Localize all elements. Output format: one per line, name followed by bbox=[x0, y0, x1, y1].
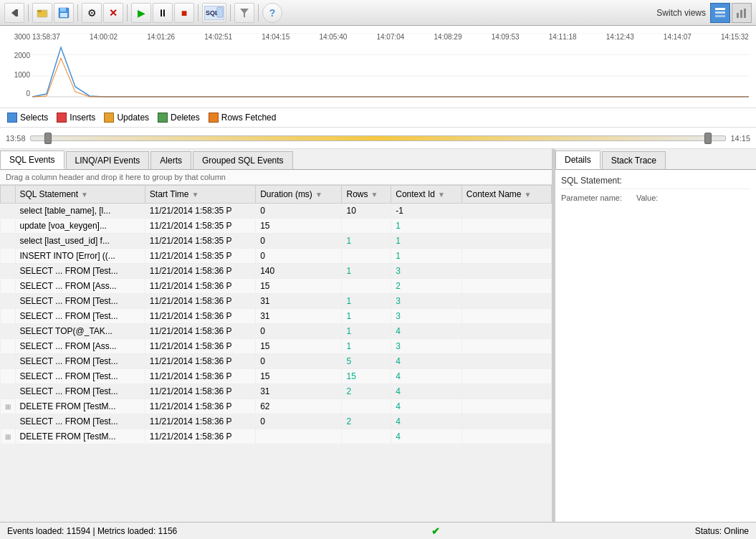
svg-rect-1 bbox=[16, 9, 18, 16]
row-expand[interactable]: ⊞ bbox=[1, 429, 16, 444]
cell-sql: DELETE FROM [TestM... bbox=[15, 429, 145, 444]
cell-context-id: 3 bbox=[391, 309, 462, 324]
tab-linq-api-events[interactable]: LINQ/API Events bbox=[66, 151, 150, 169]
table-row[interactable]: ⊞DELETE FROM [TestM...11/21/2014 1:58:36… bbox=[1, 399, 552, 414]
main-content: SQL Events LINQ/API Events Alerts Groupe… bbox=[0, 149, 756, 522]
play-button[interactable]: ▶ bbox=[131, 3, 151, 23]
cell-context-name bbox=[461, 204, 551, 219]
help-button[interactable]: ? bbox=[262, 3, 282, 23]
legend-selects[interactable]: Selects bbox=[7, 113, 48, 123]
row-expand[interactable]: ⊞ bbox=[1, 399, 16, 414]
row-expand[interactable] bbox=[1, 219, 16, 234]
table-row[interactable]: SELECT ... FROM [Test...11/21/2014 1:58:… bbox=[1, 369, 552, 384]
table-row[interactable]: SELECT ... FROM [Ass...11/21/2014 1:58:3… bbox=[1, 339, 552, 354]
tab-details[interactable]: Details bbox=[555, 151, 601, 169]
filter-start-icon[interactable]: ▼ bbox=[192, 191, 199, 199]
back-button[interactable] bbox=[4, 3, 24, 23]
cell-duration: 15 bbox=[256, 219, 342, 234]
col-sql-statement[interactable]: SQL Statement ▼ bbox=[15, 186, 145, 204]
cell-sql: DELETE FROM [TestM... bbox=[15, 399, 145, 414]
table-row[interactable]: select [table_name], [l...11/21/2014 1:5… bbox=[1, 204, 552, 219]
chart-area: 3000 2000 1000 0 13:58:37 14:00:02 14:01… bbox=[0, 26, 756, 108]
row-expand[interactable] bbox=[1, 294, 16, 309]
row-expand[interactable] bbox=[1, 324, 16, 339]
cell-context-name bbox=[461, 294, 551, 309]
filter-sql-icon[interactable]: ▼ bbox=[81, 191, 88, 199]
slider-thumb-right[interactable] bbox=[704, 133, 712, 144]
legend-deletes[interactable]: Deletes bbox=[158, 113, 200, 123]
legend-updates[interactable]: Updates bbox=[104, 113, 149, 123]
cell-rows bbox=[342, 219, 391, 234]
filter-context-id-icon[interactable]: ▼ bbox=[438, 191, 445, 199]
table-row[interactable]: SELECT ... FROM [Test...11/21/2014 1:58:… bbox=[1, 384, 552, 399]
slider-track[interactable] bbox=[30, 135, 727, 141]
table-row[interactable]: ⊞DELETE FROM [TestM...11/21/2014 1:58:36… bbox=[1, 429, 552, 444]
table-wrapper: Drag a column header and drop it here to… bbox=[0, 170, 552, 522]
row-expand[interactable] bbox=[1, 369, 16, 384]
svg-rect-5 bbox=[60, 8, 66, 11]
legend-inserts[interactable]: Inserts bbox=[57, 113, 95, 123]
row-expand[interactable] bbox=[1, 354, 16, 369]
col-start-time[interactable]: Start Time ▼ bbox=[145, 186, 255, 204]
col-rows[interactable]: Rows ▼ bbox=[342, 186, 391, 204]
cell-context-id: 3 bbox=[391, 339, 462, 354]
row-expand[interactable] bbox=[1, 264, 16, 279]
col-duration[interactable]: Duration (ms) ▼ bbox=[256, 186, 342, 204]
filter-duration-icon[interactable]: ▼ bbox=[315, 191, 322, 199]
legend-rows-fetched[interactable]: Rows Fetched bbox=[209, 113, 277, 123]
y-axis: 3000 2000 1000 0 bbox=[7, 33, 32, 97]
col-context-id[interactable]: Context Id ▼ bbox=[391, 186, 462, 204]
tab-sql-events[interactable]: SQL Events bbox=[0, 151, 64, 169]
slider-thumb-left[interactable] bbox=[44, 133, 52, 144]
row-expand[interactable] bbox=[1, 234, 16, 249]
chart-view-button[interactable] bbox=[732, 3, 752, 23]
cell-start-time: 11/21/2014 1:58:36 P bbox=[145, 294, 255, 309]
table-row[interactable]: SELECT ... FROM [Test...11/21/2014 1:58:… bbox=[1, 414, 552, 429]
cell-duration: 31 bbox=[256, 294, 342, 309]
row-expand[interactable] bbox=[1, 309, 16, 324]
stop-red-button[interactable]: ✕ bbox=[103, 3, 123, 23]
separator-6 bbox=[258, 4, 259, 22]
table-row[interactable]: INSERT INTO [Error] ((...11/21/2014 1:58… bbox=[1, 249, 552, 264]
chart-container: 3000 2000 1000 0 13:58:37 14:00:02 14:01… bbox=[7, 33, 749, 105]
pause-button[interactable]: ⏸ bbox=[153, 3, 173, 23]
settings-button[interactable]: ⚙ bbox=[82, 3, 102, 23]
parameter-name-label: Parameter name: bbox=[561, 194, 622, 202]
stop-button[interactable]: ■ bbox=[174, 3, 194, 23]
cell-context-id: -1 bbox=[391, 204, 462, 219]
cell-context-name bbox=[461, 339, 551, 354]
save-button[interactable] bbox=[54, 3, 74, 23]
table-row[interactable]: SELECT ... FROM [Test...11/21/2014 1:58:… bbox=[1, 264, 552, 279]
cell-context-name bbox=[461, 234, 551, 249]
filter-rows-icon[interactable]: ▼ bbox=[371, 191, 378, 199]
tab-alerts[interactable]: Alerts bbox=[150, 151, 191, 169]
table-row[interactable]: update [voa_keygen]...11/21/2014 1:58:35… bbox=[1, 219, 552, 234]
table-row[interactable]: SELECT TOP(@_TAK...11/21/2014 1:58:36 P0… bbox=[1, 324, 552, 339]
svg-rect-14 bbox=[737, 13, 739, 18]
table-scroll[interactable]: SQL Statement ▼ Start Time ▼ bbox=[0, 185, 552, 522]
row-expand[interactable] bbox=[1, 204, 16, 219]
sql-button[interactable]: SQL bbox=[202, 3, 226, 23]
row-expand[interactable] bbox=[1, 249, 16, 264]
table-row[interactable]: SELECT ... FROM [Test...11/21/2014 1:58:… bbox=[1, 294, 552, 309]
deletes-color bbox=[158, 113, 168, 123]
row-expand[interactable] bbox=[1, 384, 16, 399]
open-button[interactable] bbox=[32, 3, 52, 23]
filter-context-name-icon[interactable]: ▼ bbox=[525, 191, 532, 199]
row-expand[interactable] bbox=[1, 279, 16, 294]
filter-button[interactable] bbox=[234, 3, 254, 23]
row-expand[interactable] bbox=[1, 414, 16, 429]
separator-5 bbox=[230, 4, 231, 22]
cell-rows: 1 bbox=[342, 309, 391, 324]
table-view-button[interactable] bbox=[710, 3, 730, 23]
table-row[interactable]: SELECT ... FROM [Test...11/21/2014 1:58:… bbox=[1, 354, 552, 369]
table-row[interactable]: SELECT ... FROM [Ass...11/21/2014 1:58:3… bbox=[1, 279, 552, 294]
table-row[interactable]: select [last_used_id] f...11/21/2014 1:5… bbox=[1, 234, 552, 249]
table-row[interactable]: SELECT ... FROM [Test...11/21/2014 1:58:… bbox=[1, 309, 552, 324]
col-context-name[interactable]: Context Name ▼ bbox=[461, 186, 551, 204]
row-expand[interactable] bbox=[1, 339, 16, 354]
updates-color bbox=[104, 113, 114, 123]
tab-grouped-sql-events[interactable]: Grouped SQL Events bbox=[193, 151, 293, 169]
cell-sql: SELECT ... FROM [Test... bbox=[15, 414, 145, 429]
tab-stack-trace[interactable]: Stack Trace bbox=[602, 151, 666, 169]
